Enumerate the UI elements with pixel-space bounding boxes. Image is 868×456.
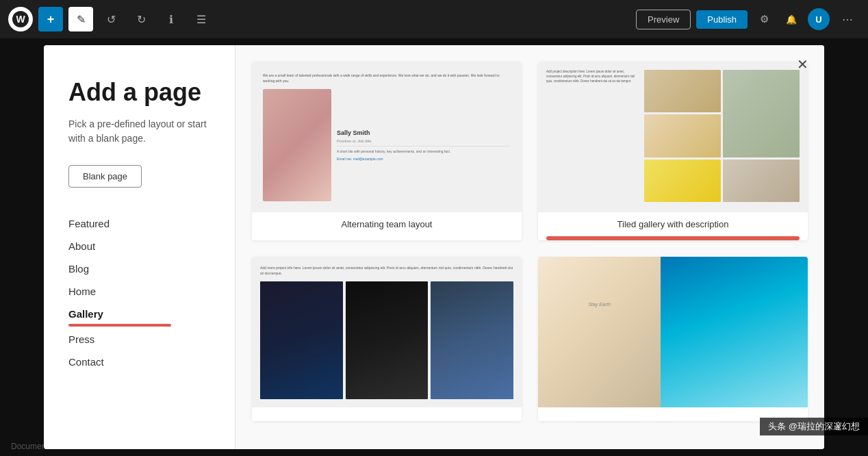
gallery-img-2 — [723, 70, 800, 157]
publish-button[interactable]: Publish — [696, 10, 748, 29]
blank-page-button[interactable]: Blank page — [68, 165, 142, 188]
templates-grid: We are a small team of talented professi… — [252, 62, 808, 421]
t1-bio-text: A short bio with personal history, key a… — [337, 149, 511, 155]
template-card-alternating-team[interactable]: We are a small team of talented professi… — [252, 62, 522, 240]
gallery-img-5 — [723, 160, 800, 202]
avatar[interactable]: U — [808, 8, 830, 30]
modal-title: Add a page — [68, 78, 210, 106]
modal-close-button[interactable]: ✕ — [791, 53, 813, 75]
t1-bio: Sally Smith Position or Job title A shor… — [337, 89, 511, 201]
gallery-img-1 — [644, 70, 721, 112]
t3-text: Add more project info here. Lorem ipsum … — [260, 265, 513, 276]
nav-item-featured[interactable]: Featured — [68, 212, 210, 235]
t2-photos — [644, 70, 800, 204]
modal-right-panel[interactable]: We are a small team of talented professi… — [235, 45, 824, 449]
gallery-img-4 — [644, 160, 721, 202]
wp-logo[interactable] — [8, 7, 33, 31]
nav-item-blog[interactable]: Blog — [68, 257, 210, 280]
t1-role: Position or Job title — [337, 139, 511, 147]
project-photo-2 — [346, 281, 429, 399]
template-card-bedroom-ocean[interactable]: Stay Earth — [538, 257, 808, 421]
settings-button[interactable]: ⚙ — [753, 8, 775, 30]
nav-item-home[interactable]: Home — [68, 280, 210, 303]
template-card-project[interactable]: Add more project info here. Lorem ipsum … — [252, 257, 522, 421]
watermark: 头条 @瑞拉的深邃幻想 — [760, 418, 868, 435]
template-label-1: Alternating team layout — [252, 212, 522, 236]
template-thumb-3: Add more project info here. Lorem ipsum … — [252, 257, 522, 407]
template-thumb-4: Stay Earth — [538, 257, 808, 407]
t1-email: Email me: mail@example.com — [337, 157, 511, 161]
nav-item-gallery[interactable]: Gallery — [68, 303, 210, 325]
modal-description: Pick a pre-defined layout or start with … — [68, 117, 210, 146]
progress-bar-container — [538, 236, 808, 240]
project-photo-1 — [260, 281, 343, 399]
modal-body: Add a page Pick a pre-defined layout or … — [44, 45, 824, 449]
add-block-button[interactable]: + — [38, 7, 63, 31]
bell-button[interactable]: 🔔 — [780, 8, 802, 30]
info-button[interactable]: ℹ — [159, 7, 183, 31]
template-thumb-2: Add project description here. Lorem ipsu… — [538, 62, 808, 212]
edit-button[interactable]: ✎ — [68, 7, 93, 31]
progress-bar — [546, 236, 800, 240]
template-category-nav: Featured About Blog Home Gallery — [68, 212, 210, 373]
project-photo-3 — [431, 281, 513, 399]
preview-button[interactable]: Preview — [636, 10, 691, 29]
bedroom-image: Stay Earth — [538, 257, 661, 407]
undo-button[interactable]: ↺ — [99, 7, 123, 31]
template-label-3 — [252, 407, 522, 421]
gallery-img-3 — [644, 114, 721, 157]
menu-button[interactable]: ☰ — [189, 7, 214, 31]
template-card-tiled-gallery[interactable]: Add project description here. Lorem ipsu… — [538, 62, 808, 240]
t3-photos — [260, 281, 513, 399]
nav-item-press[interactable]: Press — [68, 328, 210, 351]
t1-content: Sally Smith Position or Job title A shor… — [263, 89, 511, 201]
nav-item-about[interactable]: About — [68, 235, 210, 257]
template-thumb-1: We are a small team of talented professi… — [252, 62, 522, 212]
t1-intro-text: We are a small team of talented professi… — [263, 73, 511, 84]
active-indicator — [68, 324, 171, 327]
redo-button[interactable]: ↻ — [129, 7, 153, 31]
ellipsis-button[interactable]: ⋯ — [835, 7, 860, 31]
modal-overlay[interactable]: ✕ Add a page Pick a pre-defined layout o… — [0, 38, 868, 456]
toolbar: + ✎ ↺ ↻ ℹ ☰ Preview Publish ⚙ 🔔 U ⋯ — [0, 0, 868, 38]
ocean-image — [661, 257, 808, 407]
add-page-modal: ✕ Add a page Pick a pre-defined layout o… — [44, 45, 824, 449]
t1-photo — [263, 89, 331, 201]
t2-text: Add project description here. Lorem ipsu… — [546, 70, 640, 84]
bedroom-caption: Stay Earth — [588, 302, 611, 307]
t1-name: Sally Smith — [337, 129, 511, 136]
modal-left-panel: Add a page Pick a pre-defined layout or … — [44, 45, 235, 449]
template-label-2: Tiled gallery with description — [538, 212, 808, 236]
nav-item-contact[interactable]: Contact — [68, 351, 210, 373]
